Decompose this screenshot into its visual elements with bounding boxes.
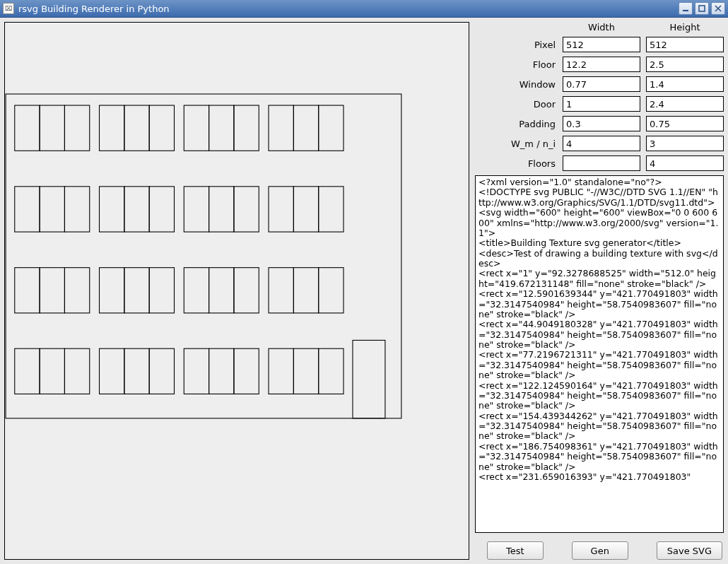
svg-rect-16	[319, 105, 344, 151]
svg-rect-0	[683, 10, 688, 11]
svg-rect-31	[64, 268, 89, 313]
svg-rect-43	[64, 348, 89, 394]
svg-rect-6	[40, 105, 64, 151]
svg-rect-44	[100, 348, 124, 394]
svg-rect-33	[124, 268, 149, 313]
param-label-floors: Floors	[483, 158, 557, 169]
close-button[interactable]	[711, 2, 725, 15]
pixel-width-input[interactable]	[563, 37, 640, 52]
test-button[interactable]: Test	[487, 541, 544, 560]
window-title: rsvg Building Renderer in Python	[18, 4, 679, 14]
svg-rect-37	[234, 268, 259, 313]
preview-canvas	[4, 22, 469, 560]
svg-source-textarea[interactable]	[475, 175, 724, 533]
svg-rect-21	[124, 187, 149, 232]
svg-rect-49	[234, 348, 259, 394]
maximize-button[interactable]	[695, 2, 709, 15]
window-width-input[interactable]	[563, 76, 640, 92]
door-width-input[interactable]	[563, 96, 640, 112]
param-label-window: Window	[483, 79, 557, 90]
svg-rect-7	[64, 105, 89, 151]
column-header-height: Height	[646, 22, 724, 33]
svg-rect-29	[15, 268, 40, 313]
svg-rect-25	[234, 187, 259, 232]
svg-rect-20	[100, 187, 124, 232]
svg-rect-1	[699, 6, 705, 11]
floor-width-input[interactable]	[563, 57, 640, 72]
svg-rect-28	[319, 187, 344, 232]
param-label-floor: Floor	[483, 59, 557, 70]
ni-input[interactable]	[646, 136, 724, 151]
padding-height-input[interactable]	[646, 116, 724, 131]
app-icon: ⌧	[3, 3, 14, 14]
svg-rect-8	[100, 105, 124, 151]
floors-width-input[interactable]	[563, 155, 640, 171]
svg-rect-35	[184, 268, 209, 313]
svg-rect-52	[319, 348, 344, 394]
svg-rect-15	[293, 105, 318, 151]
param-label-padding: Padding	[483, 119, 557, 129]
parameter-grid: Width Height Pixel Floor Window Door Pad…	[475, 22, 724, 171]
svg-rect-12	[209, 105, 234, 151]
column-header-width: Width	[563, 22, 640, 33]
pixel-height-input[interactable]	[646, 37, 724, 52]
svg-rect-53	[353, 340, 385, 418]
svg-rect-9	[124, 105, 149, 151]
svg-rect-19	[64, 187, 89, 232]
svg-rect-4	[6, 94, 401, 418]
svg-rect-26	[269, 187, 293, 232]
svg-rect-41	[15, 348, 40, 394]
svg-rect-11	[184, 105, 209, 151]
wm-input[interactable]	[563, 136, 640, 151]
window-titlebar: ⌧ rsvg Building Renderer in Python	[0, 0, 728, 18]
svg-rect-14	[269, 105, 293, 151]
floors-height-input[interactable]	[646, 155, 724, 171]
svg-rect-32	[100, 268, 124, 313]
door-height-input[interactable]	[646, 96, 724, 112]
svg-rect-40	[319, 268, 344, 313]
svg-rect-22	[149, 187, 174, 232]
svg-rect-46	[149, 348, 174, 394]
svg-rect-36	[209, 268, 234, 313]
save-svg-button[interactable]: Save SVG	[657, 541, 722, 560]
gen-button[interactable]: Gen	[572, 541, 628, 560]
svg-rect-5	[15, 105, 40, 151]
svg-rect-42	[40, 348, 64, 394]
svg-rect-10	[149, 105, 174, 151]
window-height-input[interactable]	[646, 76, 724, 92]
svg-rect-24	[209, 187, 234, 232]
floor-height-input[interactable]	[646, 57, 724, 72]
svg-rect-23	[184, 187, 209, 232]
svg-rect-27	[293, 187, 318, 232]
svg-rect-30	[40, 268, 64, 313]
svg-rect-13	[234, 105, 259, 151]
param-label-door: Door	[483, 99, 557, 110]
svg-rect-18	[40, 187, 64, 232]
svg-rect-47	[184, 348, 209, 394]
padding-width-input[interactable]	[563, 116, 640, 131]
svg-rect-34	[149, 268, 174, 313]
svg-rect-17	[15, 187, 40, 232]
svg-rect-39	[293, 268, 318, 313]
svg-rect-48	[209, 348, 234, 394]
svg-rect-45	[124, 348, 149, 394]
minimize-button[interactable]	[679, 2, 693, 15]
svg-rect-51	[293, 348, 318, 394]
svg-rect-38	[269, 268, 293, 313]
svg-rect-50	[269, 348, 293, 394]
param-label-wm-ni: W_m / n_i	[483, 139, 557, 149]
param-label-pixel: Pixel	[483, 40, 557, 50]
